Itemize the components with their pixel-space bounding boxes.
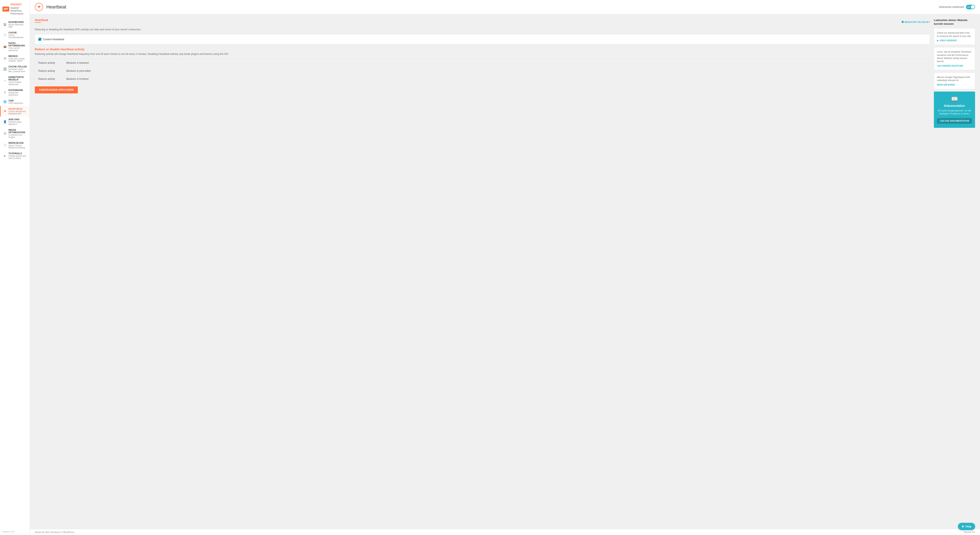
- activity-row-1: Reduce activity Behavior in post editor: [35, 67, 929, 75]
- nav-icon-datenbank: 🗄: [3, 91, 7, 94]
- nav-sub-medien: LazyLoad, emojis, embeds, WebP: [8, 57, 27, 62]
- nav-title-werkzeuge: WERKZEUGE: [8, 142, 27, 144]
- control-heartbeat-label[interactable]: Control Heartbeat: [38, 38, 926, 41]
- docs-icon: 📖: [937, 96, 972, 102]
- sidebar-item-datenbank[interactable]: 🗄 DATENBANK Aufräumen, optimieren: [0, 87, 30, 98]
- side-card-1: Lerne, wie du bewährte Techniken einsetz…: [934, 47, 975, 70]
- side-card-2: Warum Google PageSpeed nicht unbedingt r…: [934, 73, 975, 89]
- nav-title-erweiterte: ERWEITERTE REGELN: [8, 76, 27, 81]
- nav-sub-tutorials: Getting started and how to videos: [8, 155, 27, 160]
- activity-row-label-0[interactable]: Reduce activity: [38, 61, 63, 64]
- nav-title-image-opt: IMAGE OPTIMIZATION: [8, 129, 27, 134]
- nav-title-cdn: CDN: [8, 99, 27, 102]
- footer: Danke für dein Vertrauen in WordPress. V…: [30, 529, 980, 535]
- nav-title-cache-fuellen: CACHE FÜLLEN: [8, 65, 27, 68]
- nav-sub-erweiterte: Cache-Regeln abstimmen: [8, 81, 27, 86]
- nav-icon-cache: 📄: [3, 33, 7, 37]
- sidebar-item-heartbeat[interactable]: ❤ HEARTBEAT Control WordPress Heartbeat …: [0, 106, 30, 117]
- nav-icon-cdn: 🌐: [3, 100, 7, 104]
- nav-icon-erweiterte: ≡: [3, 79, 7, 83]
- page-header: ❤ Heartbeat Seitenleiste einblenden AN: [30, 0, 980, 14]
- nav-title-medien: MEDIEN: [8, 55, 27, 57]
- nav-sub-datei: CSS und JS optimieren: [8, 47, 27, 51]
- main-panel: Heartbeat ⓿ BRAUCHST DU HILFE? Reducing …: [35, 18, 930, 525]
- help-bubble-icon: ⊕: [962, 525, 964, 528]
- toggle-label: Seitenleiste einblenden: [939, 6, 964, 8]
- side-card-text-0: Check our tutorial and learn how to meas…: [937, 31, 972, 38]
- section-title: Heartbeat: [35, 18, 48, 22]
- control-heartbeat-checkbox[interactable]: [38, 38, 41, 41]
- nav-title-addons: ADD-ONS: [8, 118, 27, 121]
- sidebar-nav: 🏠 DASHBOARD Konto-Übersicht, Hilfe 📄 CAC…: [0, 18, 30, 529]
- nav-title-datenbank: DATENBANK: [8, 89, 27, 91]
- activity-desc: Reducing activity will change Heartbeat …: [35, 52, 930, 56]
- activity-title: Reduce or disable Heartbeat activity: [35, 48, 930, 51]
- nav-title-cache: CACHE: [8, 31, 27, 34]
- docs-text: Ein guter Ausgangspunkt, um die häufigst…: [937, 109, 972, 115]
- activity-table: Reduce activity Behavior in backend Redu…: [35, 59, 930, 83]
- help-bubble-label: Help: [966, 525, 971, 528]
- toggle-switch[interactable]: AN: [966, 5, 975, 9]
- logo: WP ROCKET Superior WordPress Performance: [0, 0, 30, 18]
- nav-sub-cache-fuellen: Generate cache files, preload fonts: [8, 68, 27, 73]
- nav-title-tutorials: TUTORIALS: [8, 152, 27, 155]
- activity-row-label-1[interactable]: Reduce activity: [38, 69, 63, 72]
- logo-text: ROCKET Superior WordPress Performance: [11, 3, 27, 15]
- toggle-state: AN: [967, 6, 970, 8]
- activity-row-value-1: Behavior in post editor: [66, 69, 91, 72]
- docs-card: 📖 Dokumentation Ein guter Ausgangspunkt,…: [934, 91, 975, 128]
- save-button[interactable]: ÄNDERUNGEN SPEICHERN: [35, 86, 78, 93]
- side-card-icon-0: ▶: [937, 39, 939, 42]
- nav-sub-heartbeat: Control WordPress Heartbeat API: [8, 110, 27, 115]
- side-card-link-0[interactable]: ▶ VIDEO ANSEHEN.: [937, 39, 972, 42]
- sidebar-item-werkzeuge[interactable]: 📄 WERKZEUGE Import, Export, Wiederherste…: [0, 140, 30, 150]
- footer-left: Danke für dein Vertrauen in WordPress.: [35, 531, 75, 533]
- sidebar-item-cache-fuellen[interactable]: 🔄 CACHE FÜLLEN Generate cache files, pre…: [0, 64, 30, 74]
- side-heading: Ladezeiten deiner Website korrekt messen: [934, 18, 975, 26]
- sidebar-item-addons[interactable]: 👤 ADD-ONS Erweiterungen aktivieren: [0, 117, 30, 127]
- section-header: Heartbeat ⓿ BRAUCHST DU HILFE?: [35, 18, 930, 26]
- nav-sub-dashboard: Konto-Übersicht, Hilfe: [8, 24, 27, 28]
- help-icon: ⓿: [902, 21, 904, 23]
- sidebar-item-cdn[interactable]: 🌐 CDN CDN integrieren: [0, 98, 30, 106]
- help-link[interactable]: ⓿ BRAUCHST DU HILFE?: [902, 21, 930, 23]
- nav-title-datei: DATEI-OPTIMIERUNG: [8, 42, 27, 47]
- content-area: Heartbeat ⓿ BRAUCHST DU HILFE? Reducing …: [30, 14, 980, 529]
- side-panel: Ladezeiten deiner Website korrekt messen…: [934, 18, 975, 525]
- sidebar: WP ROCKET Superior WordPress Performance…: [0, 0, 30, 535]
- side-card-link-1[interactable]: LIES UNSERE ANLEITUNG: [937, 65, 972, 67]
- nav-icon-dashboard: 🏠: [3, 22, 7, 26]
- side-cards-container: Check our tutorial and learn how to meas…: [934, 28, 975, 89]
- header-icon: ❤: [35, 3, 43, 11]
- sidebar-item-datei[interactable]: 📦 DATEI-OPTIMIERUNG CSS und JS optimiere…: [0, 40, 30, 53]
- sidebar-version: Version 3.6.4: [0, 529, 30, 535]
- sidebar-item-medien[interactable]: 🖼 MEDIEN LazyLoad, emojis, embeds, WebP: [0, 53, 30, 64]
- side-card-link-label-0: VIDEO ANSEHEN.: [939, 39, 957, 42]
- nav-sub-addons: Erweiterungen aktivieren: [8, 121, 27, 125]
- sidebar-item-image-opt[interactable]: 🖼 IMAGE OPTIMIZATION Compress your image…: [0, 127, 30, 140]
- side-card-0: Check our tutorial and learn how to meas…: [934, 28, 975, 45]
- sidebar-toggle[interactable]: Seitenleiste einblenden AN: [939, 5, 975, 9]
- nav-icon-heartbeat: ❤: [3, 109, 7, 113]
- docs-button[interactable]: LIES DIE DOKUMENTATION: [937, 118, 972, 124]
- sidebar-item-dashboard[interactable]: 🏠 DASHBOARD Konto-Übersicht, Hilfe: [0, 19, 30, 30]
- sidebar-item-tutorials[interactable]: ▶ TUTORIALS Getting started and how to v…: [0, 150, 30, 161]
- side-card-link-2[interactable]: MEHR ERFAHREN: [937, 84, 972, 86]
- side-card-link-label-1: LIES UNSERE ANLEITUNG: [937, 65, 963, 67]
- activity-row-2: Reduce activity Behavior in frontend: [35, 75, 929, 83]
- nav-icon-medien: 🖼: [3, 56, 7, 60]
- toggle-knob: [971, 5, 975, 9]
- sidebar-item-cache[interactable]: 📄 CACHE Cache-Grundfunktionen: [0, 30, 30, 40]
- help-bubble[interactable]: ⊕ Help: [958, 523, 975, 530]
- nav-icon-addons: 👤: [3, 120, 7, 123]
- main-area: ❤ Heartbeat Seitenleiste einblenden AN H…: [30, 0, 980, 535]
- logo-wp: WP: [2, 6, 9, 11]
- nav-sub-datenbank: Aufräumen, optimieren: [8, 91, 27, 96]
- section-divider: [35, 22, 41, 23]
- nav-icon-datei: 📦: [3, 45, 7, 48]
- side-card-text-2: Warum Google PageSpeed nicht unbedingt r…: [937, 76, 972, 82]
- activity-row-value-2: Behavior in frontend: [66, 78, 88, 80]
- sidebar-item-erweiterte[interactable]: ≡ ERWEITERTE REGELN Cache-Regeln abstimm…: [0, 74, 30, 87]
- activity-row-value-0: Behavior in backend: [66, 61, 89, 64]
- activity-row-label-2[interactable]: Reduce activity: [38, 78, 63, 80]
